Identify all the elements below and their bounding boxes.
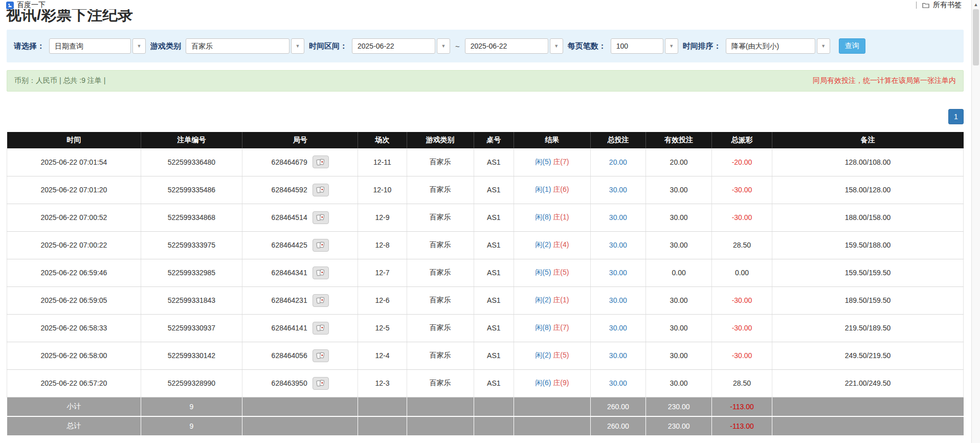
cell-round: 628464425	[242, 231, 358, 259]
bookmarks-separator	[916, 2, 917, 9]
cell-bet-id: 522599336480	[141, 148, 242, 176]
date-from-picker[interactable]: 2025-06-22 ▼	[352, 38, 450, 54]
cell-table-no: AS1	[474, 204, 514, 231]
cell-result: 闲(5) 庄(5)	[514, 259, 591, 286]
cell-note: 158.00/128.00	[772, 176, 963, 204]
subtotal-count: 9	[141, 397, 242, 416]
cell-session: 12-10	[358, 176, 407, 204]
cell-time: 2025-06-22 06:57:20	[7, 369, 141, 397]
total-count: 9	[141, 416, 242, 436]
total-bet-link[interactable]: 30.00	[609, 269, 627, 277]
sort-combobox[interactable]: 降幂(由大到小) ▼	[726, 38, 830, 54]
cell-game-type: 百家乐	[407, 259, 474, 286]
cell-session: 12-7	[358, 259, 407, 286]
view-round-cards-icon[interactable]	[313, 349, 329, 362]
title-area: 视讯/彩票下注纪录	[0, 9, 980, 27]
all-bookmarks-button[interactable]: 所有书签	[933, 1, 962, 10]
vertical-scrollbar[interactable]: ▲	[971, 0, 980, 443]
date-to-picker[interactable]: 2025-06-22 ▼	[465, 38, 563, 54]
cell-time: 2025-06-22 07:01:54	[7, 148, 141, 176]
result-banker: 庄(1)	[553, 213, 569, 221]
cell-table-no: AS1	[474, 176, 514, 204]
cell-payout: 28.50	[712, 369, 772, 397]
view-round-cards-icon[interactable]	[313, 239, 329, 252]
date-mode-combobox[interactable]: 日期查询 ▼	[49, 38, 146, 54]
scroll-up-icon[interactable]: ▲	[972, 0, 980, 9]
pagination: 1	[7, 109, 964, 124]
table-row: 2025-06-22 07:00:22 522599333975 6284644…	[7, 231, 964, 259]
chevron-down-icon[interactable]: ▼	[132, 38, 146, 54]
view-round-cards-icon[interactable]	[313, 267, 329, 279]
round-id: 628464341	[272, 269, 307, 277]
view-round-cards-icon[interactable]	[313, 156, 329, 168]
view-round-cards-icon[interactable]	[313, 322, 329, 335]
subtotal-payout: -113.00	[712, 397, 772, 416]
cell-game-type: 百家乐	[407, 314, 474, 342]
total-bet-link[interactable]: 30.00	[609, 213, 627, 221]
result-banker: 庄(5)	[553, 351, 569, 359]
cell-time: 2025-06-22 06:59:46	[7, 259, 141, 286]
cell-bet-id: 522599330937	[141, 314, 242, 342]
result-banker: 庄(7)	[553, 158, 569, 166]
search-button[interactable]: 查询	[839, 38, 865, 54]
view-round-cards-icon[interactable]	[313, 184, 329, 196]
bookmarks-bar: 百度一下 所有书签	[0, 0, 980, 9]
result-banker: 庄(5)	[553, 268, 569, 276]
page-size-value[interactable]: 100	[611, 38, 663, 54]
chevron-down-icon[interactable]: ▼	[291, 38, 304, 54]
col-header-time: 时间	[7, 132, 141, 148]
cell-note: 128.00/108.00	[772, 148, 963, 176]
view-round-cards-icon[interactable]	[313, 377, 329, 390]
bookmarks-folder-icon	[922, 2, 929, 8]
cell-game-type: 百家乐	[407, 369, 474, 397]
cell-note: 159.50/188.00	[772, 231, 963, 259]
page-size-combobox[interactable]: 100 ▼	[611, 38, 678, 54]
cell-total-bet: 30.00	[590, 176, 645, 204]
date-from-value[interactable]: 2025-06-22	[352, 38, 435, 54]
cell-bet-id: 522599335486	[141, 176, 242, 204]
total-payout: -113.00	[712, 416, 772, 436]
col-header-total-bet: 总投注	[590, 132, 645, 148]
cell-valid-bet: 20.00	[646, 148, 712, 176]
total-bet-link[interactable]: 20.00	[609, 158, 627, 166]
cell-game-type: 百家乐	[407, 204, 474, 231]
cell-total-bet: 30.00	[590, 314, 645, 342]
table-row: 2025-06-22 07:01:54 522599336480 6284646…	[7, 148, 964, 176]
cell-bet-id: 522599332985	[141, 259, 242, 286]
game-type-combobox[interactable]: 百家乐 ▼	[186, 38, 304, 54]
view-round-cards-icon[interactable]	[313, 211, 329, 224]
chevron-down-icon[interactable]: ▼	[437, 38, 450, 54]
total-bet-link[interactable]: 30.00	[609, 351, 627, 360]
page-button-1[interactable]: 1	[948, 109, 964, 124]
result-banker: 庄(9)	[553, 379, 569, 387]
cell-payout: -30.00	[712, 204, 772, 231]
page-size-label: 每页笔数：	[568, 41, 606, 51]
round-id: 628464425	[272, 241, 307, 249]
view-round-cards-icon[interactable]	[313, 294, 329, 307]
cell-session: 12-5	[358, 314, 407, 342]
date-mode-value[interactable]: 日期查询	[49, 38, 131, 54]
chevron-down-icon[interactable]: ▼	[817, 38, 830, 54]
cell-session: 12-11	[358, 148, 407, 176]
date-to-value[interactable]: 2025-06-22	[465, 38, 548, 54]
total-bet-link[interactable]: 30.00	[609, 379, 627, 387]
cell-time: 2025-06-22 07:00:22	[7, 231, 141, 259]
total-bet-link[interactable]: 30.00	[609, 324, 627, 332]
cell-payout: -30.00	[712, 286, 772, 314]
total-valid-bet: 230.00	[646, 416, 712, 436]
cell-result: 闲(2) 庄(5)	[514, 342, 591, 369]
cell-note: 188.00/158.00	[772, 204, 963, 231]
cell-note: 249.50/219.50	[772, 342, 963, 369]
total-bet-link[interactable]: 30.00	[609, 186, 627, 194]
sort-value[interactable]: 降幂(由大到小)	[726, 38, 815, 54]
bookmark-baidu[interactable]: 百度一下	[17, 1, 46, 10]
game-type-value[interactable]: 百家乐	[186, 38, 289, 54]
total-bet-link[interactable]: 30.00	[609, 241, 627, 249]
chevron-down-icon[interactable]: ▼	[550, 38, 563, 54]
result-player: 闲(2)	[535, 351, 551, 359]
scrollbar-thumb[interactable]	[973, 9, 979, 65]
cell-valid-bet: 30.00	[646, 176, 712, 204]
total-bet-link[interactable]: 30.00	[609, 296, 627, 304]
cell-round: 628464056	[242, 342, 358, 369]
chevron-down-icon[interactable]: ▼	[665, 38, 678, 54]
